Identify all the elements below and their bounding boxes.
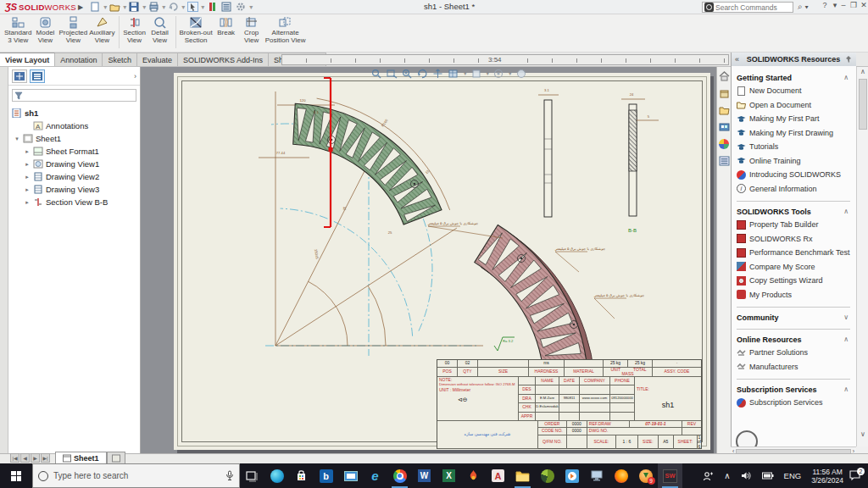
model-view-button[interactable]: Model View	[33, 16, 57, 44]
tree-item-sheet1[interactable]: ▾Sheet1	[12, 132, 138, 145]
graphics-area[interactable]: جوشکاری با جوش برق ۵ میلیمترجوشکاری با ج…	[141, 67, 716, 453]
pin-icon[interactable]	[844, 55, 853, 64]
undo-icon[interactable]	[168, 2, 179, 12]
view-orientation-icon[interactable]	[448, 69, 459, 79]
tab-solidworks-add-ins[interactable]: SOLIDWORKS Add-Ins	[178, 53, 269, 66]
feature-tree-tab-icon[interactable]	[12, 69, 27, 83]
link-online-training[interactable]: Online Training	[737, 154, 857, 169]
start-button[interactable]	[0, 463, 32, 488]
tree-filter[interactable]	[12, 89, 136, 102]
select-cursor-icon[interactable]	[187, 2, 198, 12]
prev-sheet-button[interactable]: ◀	[20, 453, 30, 463]
custom-properties-icon[interactable]	[719, 156, 730, 166]
link-making-my-first-drawing[interactable]: Making My First Drawing	[737, 126, 857, 141]
microphone-icon[interactable]	[225, 470, 234, 481]
next-sheet-button[interactable]: ▶	[31, 453, 40, 463]
show-hidden-icons-button[interactable]: ∧	[724, 471, 730, 480]
section-subscription-services[interactable]: Subscription Services∧	[737, 383, 857, 396]
collapse-panel-button[interactable]: «	[735, 55, 739, 64]
zoom-area-icon[interactable]	[387, 69, 398, 79]
rebuild-icon[interactable]	[207, 2, 218, 12]
idm-icon[interactable]: 9	[633, 463, 658, 488]
word-icon[interactable]: W	[412, 463, 437, 488]
options-list-icon[interactable]	[221, 2, 232, 12]
rotate-view-icon[interactable]	[417, 69, 428, 79]
scroll-ruler[interactable]: 3:54	[281, 54, 729, 65]
task-pane-vscrollbar[interactable]: ∧∨	[856, 67, 868, 446]
media-player-icon[interactable]	[559, 463, 584, 488]
section-getting-started[interactable]: Getting Started∧	[737, 71, 857, 84]
link-my-products[interactable]: My Products	[737, 288, 857, 302]
new-file-icon[interactable]	[90, 2, 101, 12]
view-settings-icon[interactable]	[516, 69, 527, 79]
taskbar-search[interactable]: Type here to search	[32, 463, 240, 488]
firefox-icon[interactable]	[609, 463, 633, 488]
appearances-icon[interactable]	[719, 139, 729, 149]
link-solidworks-rx[interactable]: SOLIDWORKS Rx	[737, 232, 857, 247]
mail-app-icon[interactable]	[338, 463, 363, 488]
link-tutorials[interactable]: Tutorials	[737, 140, 857, 154]
add-sheet-tab[interactable]	[107, 452, 125, 463]
solidworks-taskbar-icon[interactable]: SW	[658, 463, 682, 488]
store-icon[interactable]	[289, 463, 314, 488]
settings-gear-icon[interactable]	[236, 2, 247, 12]
tree-item-sheet-format1[interactable]: ▸Sheet Format1	[12, 145, 138, 158]
task-view-button[interactable]	[240, 463, 264, 488]
hide-show-icon[interactable]	[493, 69, 504, 79]
link-property-tab-builder[interactable]: Property Tab Builder	[737, 218, 857, 232]
pie-chart-app-icon[interactable]	[535, 463, 559, 488]
heads-up-view-toolbar[interactable]: ▾ ▾ ▾	[371, 68, 549, 80]
zoom-fit-icon[interactable]	[371, 69, 382, 79]
print-icon[interactable]	[148, 2, 159, 12]
last-sheet-button[interactable]: ▶|	[41, 453, 50, 463]
flame-app-icon[interactable]	[461, 463, 486, 488]
link-open-document[interactable]: Open a Document	[737, 98, 857, 113]
internet-explorer-icon[interactable]: e	[363, 463, 387, 488]
link-subscription-services[interactable]: Subscription Services	[737, 396, 857, 410]
standard-3-view-button[interactable]: Standard 3 View	[4, 16, 31, 44]
link-new-document[interactable]: New Document	[737, 84, 857, 98]
section-online-resources[interactable]: Online Resources∧	[737, 333, 857, 346]
pan-icon[interactable]	[432, 69, 443, 79]
tab-evaluate[interactable]: Evaluate	[137, 53, 178, 66]
section-community[interactable]: Community∨	[737, 311, 857, 324]
link-manufacturers[interactable]: Manufacturers	[737, 360, 857, 374]
crop-view-button[interactable]: Crop View	[240, 16, 264, 44]
battery-icon[interactable]	[762, 472, 774, 480]
tree-item-annotations[interactable]: AAnnotations	[12, 119, 138, 132]
link-compare-my-score[interactable]: Compare My Score	[737, 260, 857, 274]
tree-item-drawing-view3[interactable]: ▸Drawing View3	[12, 183, 138, 196]
search-commands-input[interactable]	[715, 3, 783, 12]
save-icon[interactable]	[129, 2, 140, 12]
link-introducing-solidworks[interactable]: Introducing SOLIDWORKS	[737, 168, 857, 182]
detail-view-button[interactable]: Detail View	[148, 16, 172, 44]
break-button[interactable]: Break	[214, 16, 238, 37]
b-app-icon[interactable]: b	[314, 463, 338, 488]
projected-view-button[interactable]: Projected View	[58, 16, 87, 44]
file-explorer-taskbar-icon[interactable]	[510, 463, 535, 488]
tree-item-section-view-bb[interactable]: ▸Section View B-B	[12, 196, 138, 208]
command-search[interactable]	[702, 2, 793, 13]
tree-item-drawing-view1[interactable]: ▸Drawing View1	[12, 158, 138, 170]
alternate-position-view-button[interactable]: Alternate Position View	[265, 16, 306, 44]
excel-icon[interactable]: X	[437, 463, 461, 488]
open-file-icon[interactable]	[109, 2, 120, 12]
chrome-icon[interactable]	[387, 463, 412, 488]
tab-sketch[interactable]: Sketch	[103, 53, 137, 66]
first-sheet-button[interactable]: |◀	[10, 453, 19, 463]
action-center-button[interactable]: 2	[849, 469, 861, 483]
computer-app-icon[interactable]	[584, 463, 609, 488]
section-solidworks-tools[interactable]: SOLIDWORKS Tools∧	[737, 205, 857, 218]
language-indicator[interactable]: ENG	[784, 471, 802, 480]
link-general-information[interactable]: iGeneral Information	[737, 182, 857, 197]
search-icon[interactable]: ⌕ ▾	[798, 2, 816, 13]
section-view-button[interactable]: Section View	[123, 16, 147, 44]
link-copy-settings-wizard[interactable]: Copy Settings Wizard	[737, 274, 857, 288]
sheet1-tab[interactable]: Sheet1	[55, 452, 107, 463]
tab-annotation[interactable]: Annotation	[55, 53, 103, 66]
broken-out-section-button[interactable]: Broken-out Section	[180, 16, 213, 44]
view-palette-icon[interactable]	[719, 122, 730, 132]
design-library-icon[interactable]	[719, 88, 730, 98]
link-partner-solutions[interactable]: Partner Solutions	[737, 346, 857, 360]
auxiliary-view-button[interactable]: Auxiliary View	[89, 16, 114, 44]
